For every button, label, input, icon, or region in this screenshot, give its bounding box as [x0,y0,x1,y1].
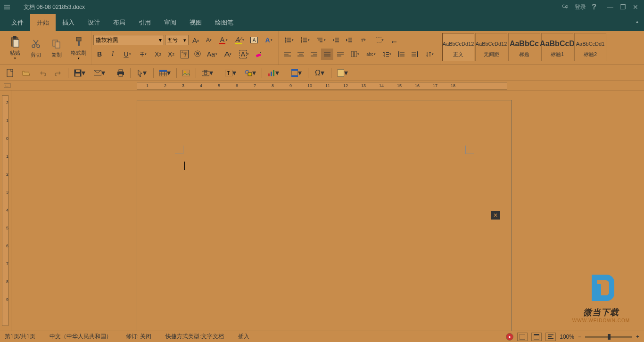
horizontal-ruler[interactable]: ∟ 123456789101112131415161718 [0,81,644,90]
maximize-button[interactable]: ❐ [620,3,626,11]
style-item-0[interactable]: AaBbCcDd12正文 [442,33,474,61]
cut-button[interactable]: 剪切 [25,33,46,63]
close-window-button[interactable]: ✕ [633,3,638,11]
line-spacing-button[interactable]: ▾ [380,49,395,60]
zoom-slider[interactable] [585,336,632,338]
app-menu-button[interactable] [0,0,14,14]
open-file-button[interactable] [20,67,33,79]
help-button[interactable]: ? [592,3,596,11]
redo-button[interactable] [52,67,65,79]
numbering-button[interactable]: 123▾ [297,34,313,46]
focus-view-button[interactable]: ▸ [506,333,513,341]
page[interactable] [137,100,512,331]
underline-button[interactable]: U▾ [120,49,135,60]
font-color-button[interactable]: A▾ [216,34,231,46]
bullets-button[interactable]: ▾ [281,34,297,46]
minimize-button[interactable]: — [607,3,613,11]
strikethrough-button[interactable]: T▾ [136,49,151,60]
phonetic-button[interactable]: ᴬ字 [178,49,190,60]
multilevel-list-button[interactable]: ▾ [314,34,329,46]
tab-view[interactable]: 视图 [183,14,208,31]
screenshot-button[interactable]: ▾ [199,67,216,79]
mail-button[interactable]: ▾ [91,67,108,79]
tab-reference[interactable]: 引用 [132,14,157,31]
tab-draw[interactable]: 绘图笔 [208,14,240,31]
ribbon-collapse-button[interactable]: ▴ [636,19,638,24]
text-direction-button[interactable]: ᵃ⁄▾ [356,34,371,46]
font-family-select[interactable]: 微软雅黑 ▾ [93,35,164,45]
format-painter-button[interactable]: 格式刷 ▾ [67,33,90,63]
web-layout-button[interactable] [531,333,542,341]
distribute-button[interactable] [334,49,347,60]
page-color-button[interactable]: ▾ [334,67,351,79]
align-center-button[interactable] [295,49,307,60]
align-right-button[interactable] [308,49,320,60]
tab-insert[interactable]: 插入 [56,14,81,31]
table-button[interactable]: ▾ [157,67,173,79]
print-layout-button[interactable] [517,333,528,341]
char-shading-button[interactable]: A [248,34,260,46]
new-file-button[interactable] [4,67,17,79]
tab-design[interactable]: 设计 [81,14,107,31]
select-button[interactable]: ▾ [133,67,150,79]
zoom-in-button[interactable]: + [636,334,639,340]
italic-button[interactable]: I [107,49,119,60]
font-size-select[interactable]: 五号 ▾ [165,35,189,45]
copy-button[interactable]: 复制 [46,33,67,63]
align-left-button[interactable] [281,49,294,60]
change-case-button[interactable]: Aa▾ [205,49,220,60]
decrease-font-button[interactable]: A▾ [203,34,215,46]
char-spacing-button[interactable]: abc▾ [363,49,379,60]
tab-stop-button[interactable]: ∟ [4,83,10,88]
zoom-out-button[interactable]: − [578,334,581,340]
superscript-button[interactable]: X2 [165,49,177,60]
textbox-button[interactable]: T▾ [222,67,239,79]
tab-layout[interactable]: 布局 [107,14,132,31]
vertical-ruler[interactable]: 210123456789 [0,90,11,331]
style-item-2[interactable]: AaBbCc标题 [508,33,540,61]
highlight-color-button[interactable]: A⁄▾ [232,34,247,46]
style-item-1[interactable]: AaBbCcDd12无间距 [475,33,507,61]
para-indent-right-button[interactable] [409,49,421,60]
sort-button[interactable]: ▾ [422,49,437,60]
tab-file[interactable]: 文件 [5,14,30,31]
subscript-button[interactable]: X2 [152,49,164,60]
track-changes-status[interactable]: 修订: 关闭 [126,333,152,341]
undo-button[interactable] [36,67,49,79]
borders-button[interactable]: ▾ [372,34,387,46]
char-border-button[interactable]: A▾ [237,49,252,60]
text-effects-button[interactable]: A▾ [261,34,276,46]
header-footer-button[interactable]: ▾ [288,67,305,79]
save-button[interactable]: ▾ [71,67,88,79]
picture-button[interactable] [180,67,193,79]
tab-review[interactable]: 审阅 [157,14,183,31]
enclose-char-button[interactable]: ⓐ [191,49,204,60]
clear-format-button[interactable] [253,49,265,60]
symbol-button[interactable]: Ω▾ [311,67,328,79]
panel-close-button[interactable]: ✕ [491,211,500,220]
chart-button[interactable]: ▾ [265,67,282,79]
bold-button[interactable]: B [93,49,106,60]
tab-home[interactable]: 开始 [30,14,56,31]
paste-button[interactable]: 粘贴 ▾ [5,33,25,63]
columns-button[interactable]: ▾ [347,49,363,60]
language-status[interactable]: 中文（中华人民共和国） [50,333,112,341]
shapes-button[interactable]: ▾ [242,67,259,79]
print-button[interactable] [114,67,127,79]
shortcut-mode[interactable]: 快捷方式类型:文字文档 [165,333,223,341]
increase-font-button[interactable]: A▴ [190,34,202,46]
style-item-3[interactable]: AaBbCcD标题1 [541,33,573,61]
insert-mode[interactable]: 插入 [238,333,249,341]
outline-view-button[interactable] [545,333,556,341]
increase-indent-button[interactable] [343,34,355,46]
page-count[interactable]: 第1页/共1页 [5,333,35,341]
char-scaling-button[interactable]: A▾ [221,49,236,60]
show-marks-button[interactable] [388,34,400,46]
share-icon[interactable] [561,4,569,10]
zoom-level[interactable]: 100% [560,334,574,340]
document-area[interactable]: ✕ [11,90,644,331]
style-item-4[interactable]: AaBbCcDd1标题2 [574,33,606,61]
decrease-indent-button[interactable] [330,34,342,46]
justify-button[interactable] [321,49,333,60]
para-indent-left-button[interactable] [396,49,408,60]
